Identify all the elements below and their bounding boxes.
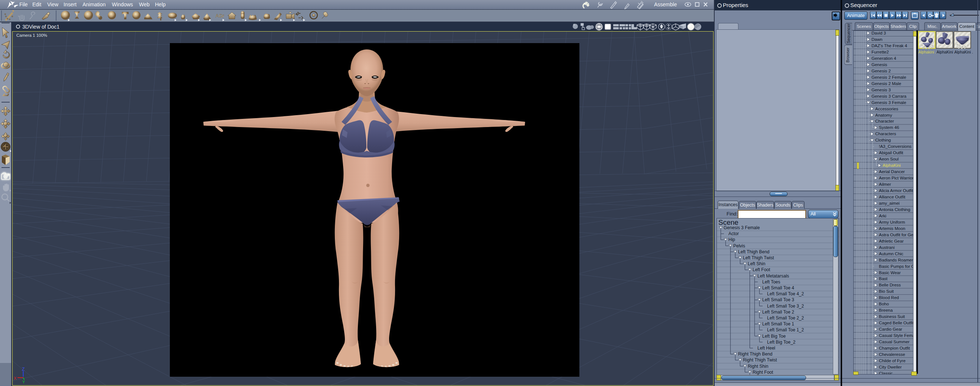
svg-text:Y: Y: [22, 380, 25, 384]
svg-text:Blood Red: Blood Red: [879, 295, 899, 300]
svg-text:Left Small Toe 1: Left Small Toe 1: [762, 321, 794, 327]
svg-text:Cardio Gear: Cardio Gear: [879, 327, 902, 331]
svg-text:Genesis 2 Female: Genesis 2 Female: [872, 75, 906, 79]
svg-text:Left Heel: Left Heel: [757, 346, 775, 351]
svg-text:Left Small Toe 3: Left Small Toe 3: [762, 297, 794, 302]
svg-text:DAZ's The Freak 4: DAZ's The Freak 4: [872, 43, 908, 48]
svg-text:Bio Suit: Bio Suit: [879, 289, 894, 294]
svg-text:Austrani: Austrani: [879, 245, 894, 249]
svg-text:Left Small Toe 3_2: Left Small Toe 3_2: [767, 303, 804, 309]
svg-text:Accessories: Accessories: [875, 106, 898, 111]
svg-text:Left Big Toe_2: Left Big Toe_2: [767, 340, 795, 345]
svg-text:Clothing: Clothing: [875, 138, 891, 142]
svg-text:Artemis Moon: Artemis Moon: [879, 226, 905, 231]
svg-text:Right Foot: Right Foot: [752, 370, 773, 375]
svg-text:!A3_Conversions: !A3_Conversions: [879, 144, 912, 149]
svg-text:Left Toes: Left Toes: [762, 280, 780, 284]
svg-text:Boho: Boho: [879, 302, 889, 306]
svg-text:Caged Belle Outfit: Caged Belle Outfit: [879, 321, 913, 325]
svg-text:Anatomy: Anatomy: [875, 113, 892, 118]
svg-text:Dawn: Dawn: [872, 37, 882, 41]
svg-text:Generation 4: Generation 4: [872, 56, 896, 60]
svg-text:Browser: Browser: [845, 47, 850, 62]
svg-text:Belle Dress: Belle Dress: [879, 283, 901, 287]
svg-text:Antonia Clothing: Antonia Clothing: [879, 207, 910, 212]
svg-text:Basic Wear: Basic Wear: [879, 270, 901, 275]
svg-text:Champion Outfit: Champion Outfit: [879, 346, 910, 350]
svg-text:Genesis 3 Female: Genesis 3 Female: [872, 100, 906, 105]
svg-text:Right Thigh Bend: Right Thigh Bend: [738, 351, 773, 357]
svg-text:Left Foot: Left Foot: [752, 267, 770, 272]
svg-text:AlphaKini .: AlphaKini .: [955, 50, 973, 54]
svg-text:Business Suit: Business Suit: [879, 314, 905, 319]
svg-text:Hip: Hip: [729, 237, 735, 242]
svg-text:Athletic Gear: Athletic Gear: [879, 239, 904, 243]
svg-text:Left Thigh Twist: Left Thigh Twist: [743, 255, 774, 261]
svg-text:Left Thigh Bend: Left Thigh Bend: [738, 249, 770, 254]
svg-text:Astra Outfit for Gene: Astra Outfit for Gene: [879, 233, 913, 237]
svg-text:Alphakini .: Alphakini .: [918, 50, 936, 54]
svg-text:Genesis 2 Male: Genesis 2 Male: [872, 81, 901, 86]
svg-text:Casual Summer: Casual Summer: [879, 340, 910, 344]
svg-text:Left Small Toe 4: Left Small Toe 4: [762, 285, 794, 291]
svg-text:Left Metatarsals: Left Metatarsals: [757, 273, 789, 279]
svg-text:Characters: Characters: [875, 132, 896, 136]
svg-text:Actor: Actor: [729, 231, 739, 236]
svg-text:AlphaKini: AlphaKini: [883, 163, 901, 168]
svg-text:Genesis: Genesis: [872, 62, 887, 67]
svg-text:David 3: David 3: [872, 31, 886, 35]
svg-text:Furrette2: Furrette2: [872, 50, 889, 54]
svg-text:Left Small Toe 2: Left Small Toe 2: [762, 310, 794, 315]
svg-text:Genesis 3 Carrara: Genesis 3 Carrara: [872, 94, 907, 98]
svg-text:AGr: AGr: [216, 13, 224, 19]
svg-text:Genesis 3 Female: Genesis 3 Female: [724, 225, 760, 230]
svg-text:Aerial Dancer: Aerial Dancer: [879, 169, 905, 174]
svg-text:Left Shin: Left Shin: [748, 261, 765, 266]
svg-text:Breena: Breena: [879, 308, 893, 313]
svg-text:Left Big Toe: Left Big Toe: [762, 334, 786, 339]
svg-text:Casual Style Female: Casual Style Female: [879, 333, 913, 338]
svg-text:Alicia Armor Outfit: Alicia Armor Outfit: [879, 188, 913, 193]
svg-text:Camera 1 100%: Camera 1 100%: [16, 33, 47, 38]
svg-text:AlphaKini .: AlphaKini .: [937, 50, 955, 54]
svg-text:City Dweller: City Dweller: [879, 365, 902, 369]
svg-text:Basic Pumps for Ge: Basic Pumps for Ge: [879, 264, 913, 268]
svg-text:Arki: Arki: [879, 214, 886, 218]
svg-text:Left Small Toe 1_2: Left Small Toe 1_2: [767, 327, 804, 332]
svg-text:Classic: Classic: [879, 371, 892, 374]
svg-text:Childe of Fyre: Childe of Fyre: [879, 359, 906, 363]
svg-text:Army Uniform: Army Uniform: [879, 220, 905, 224]
svg-text:Genesis 2: Genesis 2: [872, 69, 891, 73]
svg-text:Right Thigh Twist: Right Thigh Twist: [743, 357, 777, 362]
svg-text:Ailmer: Ailmer: [879, 182, 891, 186]
svg-text:Pelvis: Pelvis: [733, 243, 745, 249]
svg-text:Right Shin: Right Shin: [748, 364, 768, 369]
svg-text:X: X: [14, 376, 17, 380]
svg-text:Character: Character: [875, 119, 894, 123]
svg-text:Genesis 3: Genesis 3: [872, 88, 891, 92]
svg-text:Alliance Outfit: Alliance Outfit: [879, 195, 906, 199]
svg-text:Chevaleresse: Chevaleresse: [879, 352, 905, 357]
svg-text:Bast: Bast: [879, 276, 888, 281]
svg-text:Sequencer: Sequencer: [846, 24, 851, 43]
svg-text:Aeron Pict Warrior: Aeron Pict Warrior: [879, 176, 913, 180]
svg-text:Abigail Outfit: Abigail Outfit: [879, 151, 904, 155]
svg-text:Autumn Chic: Autumn Chic: [879, 251, 904, 256]
svg-text:Aeon Soul: Aeon Soul: [879, 157, 899, 161]
svg-text:System 46: System 46: [879, 125, 899, 130]
svg-text:Left Small Toe 2_2: Left Small Toe 2_2: [767, 315, 804, 321]
svg-text:Left Small Toe 4_2: Left Small Toe 4_2: [767, 291, 804, 297]
svg-text:Z: Z: [22, 367, 24, 372]
svg-text:amy_aimei: amy_aimei: [879, 201, 900, 205]
svg-text:Badlands Roamer: Badlands Roamer: [879, 258, 913, 262]
